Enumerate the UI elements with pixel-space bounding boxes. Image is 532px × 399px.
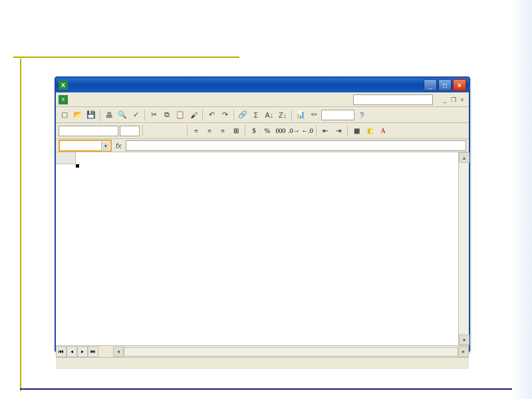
fill-color-icon[interactable]: ◧ [364, 125, 376, 137]
indent-dec-icon[interactable]: ⇤ [319, 125, 331, 137]
formatting-toolbar: ≡ ≡ ≡ ⊞ $ % 000 .0→ ←.0 ⇤ ⇥ ▦ ◧ A [56, 123, 469, 139]
paste-icon[interactable]: 📋 [174, 109, 186, 121]
zoom-box[interactable] [321, 110, 354, 120]
fx-icon[interactable]: fx [116, 142, 122, 150]
copy-icon[interactable]: ⧉ [161, 109, 173, 121]
tab-first-icon[interactable]: ⏮ [56, 346, 66, 357]
merge-icon[interactable]: ⊞ [230, 125, 242, 137]
align-center-icon[interactable]: ≡ [203, 125, 215, 137]
name-formula-row: ▾ fx [56, 139, 469, 152]
autosum-icon[interactable]: Σ [250, 109, 262, 121]
decimal-dec-icon[interactable]: ←.0 [301, 125, 313, 137]
standard-toolbar: ▢ 📂 💾 🖶 🔍 ✓ ✂ ⧉ 📋 🖌 ↶ ↷ 🔗 Σ A↓ Z↓ 📊 ✏ ? [56, 107, 469, 123]
help-icon[interactable]: ? [356, 109, 368, 121]
titlebar: X _ □ × [56, 78, 469, 92]
tab-next-icon[interactable]: ▸ [77, 346, 88, 357]
sort-asc-icon[interactable]: A↓ [263, 109, 275, 121]
select-all-corner[interactable] [56, 152, 76, 164]
scroll-up-icon[interactable]: ▴ [459, 152, 469, 163]
scroll-left-icon[interactable]: ◂ [113, 346, 124, 357]
sheet-tabs-row: ⏮ ◂ ▸ ⏭ ◂ ▸ [56, 345, 469, 357]
open-icon[interactable]: 📂 [72, 109, 84, 121]
close-button[interactable]: × [453, 79, 466, 91]
sort-desc-icon[interactable]: Z↓ [277, 109, 289, 121]
decimal-inc-icon[interactable]: .0→ [288, 125, 300, 137]
font-size-box[interactable] [120, 126, 140, 136]
undo-icon[interactable]: ↶ [205, 109, 217, 121]
bold-button[interactable] [146, 125, 158, 137]
doc-close-button[interactable]: × [458, 96, 466, 104]
bottom-rule [20, 388, 512, 390]
scroll-right-icon[interactable]: ▸ [458, 346, 469, 357]
align-left-icon[interactable]: ≡ [190, 125, 202, 137]
horizontal-scrollbar[interactable]: ◂ ▸ [113, 346, 469, 357]
borders-icon[interactable]: ▦ [350, 125, 362, 137]
cut-icon[interactable]: ✂ [148, 109, 160, 121]
chart-icon[interactable]: 📊 [295, 109, 307, 121]
cells[interactable] [76, 164, 458, 345]
name-box[interactable]: ▾ [59, 140, 112, 152]
name-box-dropdown-icon[interactable]: ▾ [101, 142, 110, 151]
font-name-box[interactable] [59, 126, 118, 136]
font-color-icon[interactable]: A [377, 125, 389, 137]
currency-icon[interactable]: $ [248, 125, 260, 137]
help-search-input[interactable] [353, 94, 433, 105]
indent-inc-icon[interactable]: ⇥ [332, 125, 344, 137]
percent-icon[interactable]: % [261, 125, 273, 137]
new-icon[interactable]: ▢ [59, 109, 70, 121]
drawing-icon[interactable]: ✏ [308, 109, 320, 121]
formula-bar[interactable] [126, 140, 466, 151]
title-underline [13, 57, 239, 58]
tab-prev-icon[interactable]: ◂ [66, 346, 77, 357]
doc-minimize-button[interactable]: _ [441, 96, 449, 104]
excel-window: X _ □ × X _ ❐ × ▢ 📂 💾 🖶 🔍 ✓ ✂ ⧉ [55, 76, 470, 352]
format-painter-icon[interactable]: 🖌 [188, 109, 200, 121]
comma-icon[interactable]: 000 [275, 125, 287, 137]
menubar: X _ ❐ × [56, 92, 469, 107]
grid-area: ▴ ▾ [56, 152, 469, 345]
link-icon[interactable]: 🔗 [237, 109, 249, 121]
column-headers [76, 152, 458, 164]
underline-button[interactable] [172, 125, 184, 137]
minimize-button[interactable]: _ [424, 79, 437, 91]
statusbar [56, 357, 469, 369]
redo-icon[interactable]: ↷ [219, 109, 231, 121]
maximize-button[interactable]: □ [438, 79, 452, 91]
scroll-down-icon[interactable]: ▾ [459, 334, 469, 345]
align-right-icon[interactable]: ≡ [217, 125, 229, 137]
tab-nav: ⏮ ◂ ▸ ⏭ [56, 346, 98, 357]
vertical-rule [20, 59, 21, 391]
tab-last-icon[interactable]: ⏭ [88, 346, 98, 357]
vertical-scrollbar[interactable]: ▴ ▾ [458, 152, 469, 345]
active-cell-outline [76, 164, 78, 167]
save-icon[interactable]: 💾 [85, 109, 97, 121]
excel-icon: X [59, 80, 68, 90]
workbook-icon[interactable]: X [59, 95, 68, 104]
spell-icon[interactable]: ✓ [130, 109, 142, 121]
preview-icon[interactable]: 🔍 [116, 109, 128, 121]
doc-restore-button[interactable]: ❐ [450, 96, 458, 104]
italic-button[interactable] [159, 125, 171, 137]
print-icon[interactable]: 🖶 [103, 109, 115, 121]
